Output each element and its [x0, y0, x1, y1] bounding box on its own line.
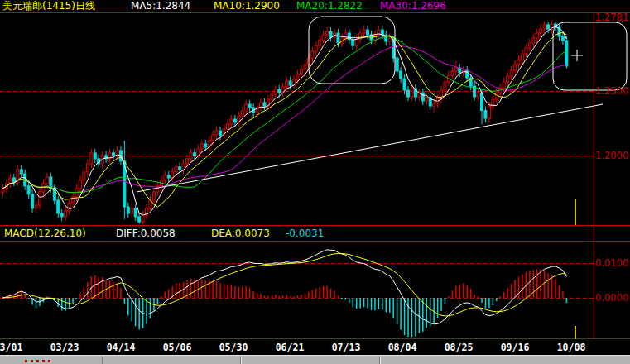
macd-diff-label: DIFF:0.0058	[116, 228, 176, 239]
status-bar-divider	[379, 357, 381, 364]
x-axis-date-label: 09/16	[497, 342, 533, 353]
x-axis-date-label: 10/08	[553, 342, 589, 353]
x-axis-date-label: 04/14	[103, 342, 139, 353]
x-axis-date-label: 05/06	[159, 342, 195, 353]
chart-canvas[interactable]	[0, 0, 630, 364]
macd-axis-zero-label: 0.0000	[595, 293, 628, 303]
x-axis-date-label: 05/30	[215, 342, 252, 353]
price-axis-low-label: 1.2000	[595, 151, 628, 160]
macd-hist-label: -0.0031	[286, 228, 324, 239]
ma10-value-label: MA10:1.2900	[214, 1, 280, 12]
ma20-value-label: MA20:1.2822	[296, 1, 363, 12]
status-bar-divider	[240, 357, 242, 364]
macd-axis-high-label: 0.0100	[595, 258, 628, 268]
x-axis-date-label: 06/21	[272, 342, 308, 353]
x-axis-date-label: 08/04	[384, 342, 421, 353]
instrument-title: 美元瑞郎(1415)日线	[2, 1, 95, 12]
x-axis-date-label: 08/25	[440, 342, 477, 353]
status-bar	[0, 355, 630, 364]
macd-indicator-label[interactable]: MACD(12,26,10)	[4, 228, 86, 239]
x-axis-date-label: 07/13	[328, 342, 364, 353]
ma5-value-label: MA5:1.2844	[131, 1, 190, 12]
trading-app-window: 美元瑞郎(1415)日线 MA5:1.2844 MA10:1.2900 MA20…	[0, 0, 630, 364]
price-axis-mid-label: 1.2500	[595, 86, 628, 96]
ma30-value-label: MA30:1.2696	[380, 1, 446, 12]
x-axis-date-label: 03/01	[0, 342, 26, 353]
price-axis-high-label: 1.2781	[595, 12, 628, 22]
macd-dea-label: DEA:0.0073	[211, 228, 270, 239]
x-axis-date-label: 03/23	[46, 342, 83, 353]
status-red-marks	[25, 360, 53, 362]
status-bar-divider	[102, 357, 103, 364]
